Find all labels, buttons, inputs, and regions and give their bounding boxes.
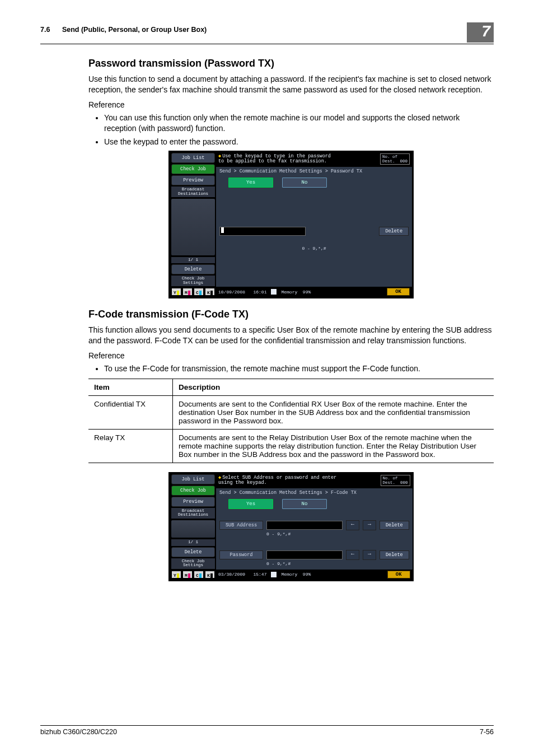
hint-text: ◆Select SUB Address or password and ente… <box>218 475 381 486</box>
reference-label: Reference <box>88 100 494 110</box>
keypad-legend: 0 - 9,*,# <box>216 245 412 254</box>
arrow-left-icon[interactable]: ← <box>346 550 359 560</box>
status-icon <box>271 289 277 295</box>
sub-address-button[interactable]: SUB Address <box>219 521 263 530</box>
preview-button[interactable]: Preview <box>171 497 215 507</box>
device-screenshot-fcode-tx: Job List Check Job Preview Broadcast Des… <box>168 472 414 581</box>
delete-input-button[interactable]: Delete <box>379 227 409 236</box>
status-bar: 03/30/2009 15:47 Memory 99% OK <box>216 570 413 580</box>
footer-page: 7-56 <box>480 728 494 736</box>
delete-input-button[interactable]: Delete <box>380 521 409 530</box>
delete-button[interactable]: Delete <box>171 264 215 274</box>
toner-levels: Y M C K <box>170 287 216 297</box>
fcode-tx-description: This function allows you send documents … <box>88 325 494 346</box>
delete-input-button[interactable]: Delete <box>380 550 409 559</box>
reference-bullet: To use the F-Code for transmission, the … <box>104 363 494 374</box>
check-job-tab[interactable]: Check Job <box>171 486 215 496</box>
section-number: 7.6 <box>40 26 50 34</box>
password-tx-description: Use this function to send a document by … <box>88 74 494 95</box>
arrow-left-icon[interactable]: ← <box>346 520 359 530</box>
dest-count-box: No. of Dest. 000 <box>380 153 410 165</box>
status-bar: 10/09/2008 16:01 Memory 99% OK <box>216 287 412 297</box>
password-field[interactable] <box>266 550 343 559</box>
heading-fcode-tx: F-Code transmission (F-Code TX) <box>88 309 494 320</box>
check-job-settings[interactable]: Check Job Settings <box>171 276 215 286</box>
password-field[interactable] <box>219 227 306 236</box>
breadcrumb: Send > Communication Method Settings > F… <box>216 488 413 497</box>
password-button[interactable]: Password <box>219 550 263 559</box>
sub-address-field[interactable] <box>266 521 343 530</box>
pager: 1/ 1 <box>171 257 215 264</box>
footer-model: bizhub C360/C280/C220 <box>40 728 117 736</box>
keypad-legend: 0 - 9,*,# <box>219 531 409 536</box>
yes-button[interactable]: Yes <box>228 178 273 188</box>
dest-count-box: No. of Dest. 000 <box>381 475 410 486</box>
broadcast-destinations-label: Broadcast Destinations <box>171 186 215 197</box>
arrow-right-icon[interactable]: → <box>363 520 376 530</box>
pager: 1/ 1 <box>171 539 215 546</box>
table-row: Confidential TX Documents are sent to th… <box>88 395 494 429</box>
hint-text: ◆Use the keypad to type in the password … <box>218 154 380 165</box>
ok-button[interactable]: OK <box>387 288 410 296</box>
table-head-item: Item <box>88 379 173 395</box>
page-footer: bizhub C360/C280/C220 7-56 <box>40 725 494 736</box>
broadcast-destinations-label: Broadcast Destinations <box>171 508 215 519</box>
no-button[interactable]: No <box>282 178 327 188</box>
job-list-tab[interactable]: Job List <box>171 153 215 163</box>
device-screenshot-password-tx: Job List Check Job Preview Broadcast Des… <box>168 151 414 298</box>
reference-bullet: You can use this function only when the … <box>104 113 494 134</box>
running-header: 7.6 Send (Public, Personal, or Group Use… <box>40 22 494 44</box>
heading-password-tx: Password transmission (Password TX) <box>88 58 494 69</box>
status-icon <box>271 572 277 577</box>
preview-button[interactable]: Preview <box>171 175 215 185</box>
breadcrumb: Send > Communication Method Settings > P… <box>216 167 412 176</box>
chapter-tab: 7 <box>467 22 494 43</box>
reference-label: Reference <box>88 351 494 361</box>
reference-bullet: Use the keypad to enter the password. <box>104 137 494 147</box>
ok-button[interactable]: OK <box>387 571 410 578</box>
no-button[interactable]: No <box>282 499 327 509</box>
check-job-tab[interactable]: Check Job <box>171 164 215 174</box>
check-job-settings[interactable]: Check Job Settings <box>171 558 215 569</box>
yes-button[interactable]: Yes <box>228 499 273 509</box>
delete-button[interactable]: Delete <box>171 547 215 557</box>
table-row: Relay TX Documents are sent to the Relay… <box>88 429 494 463</box>
toner-levels: Y M C K <box>170 570 216 580</box>
item-table: Item Description Confidential TX Documen… <box>88 379 494 463</box>
keypad-legend: 0 - 9,*,# <box>219 561 409 566</box>
section-title: Send (Public, Personal, or Group User Bo… <box>62 26 207 34</box>
arrow-right-icon[interactable]: → <box>363 550 376 560</box>
table-head-desc: Description <box>173 379 494 395</box>
job-list-tab[interactable]: Job List <box>171 474 215 484</box>
